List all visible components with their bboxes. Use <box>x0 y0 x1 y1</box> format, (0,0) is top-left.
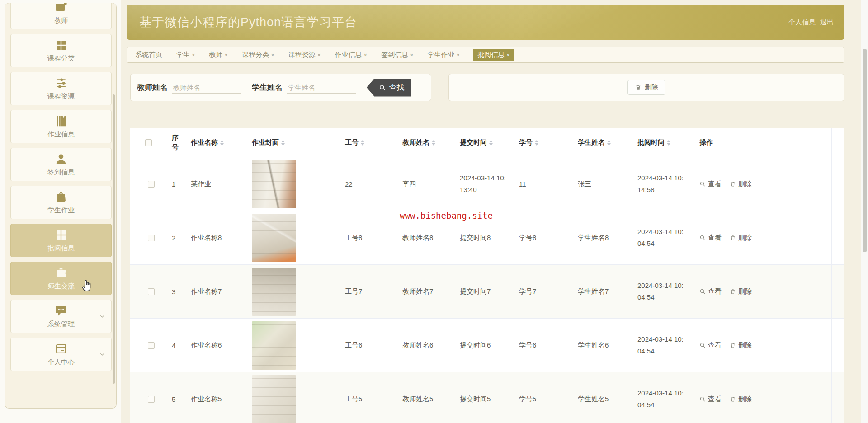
delete-button[interactable]: 删除 <box>627 80 665 95</box>
sidebar-item[interactable]: 系统管理 <box>10 300 112 333</box>
sort-carets-icon[interactable] <box>489 140 493 146</box>
tab[interactable]: 课程分类 <box>241 49 275 61</box>
row-checkbox[interactable] <box>148 342 155 349</box>
find-button-label: 查找 <box>389 82 405 93</box>
view-link[interactable]: 查看 <box>699 395 722 404</box>
sidebar-item[interactable]: 作业信息 <box>10 110 112 143</box>
sort-carets-icon[interactable] <box>220 140 224 146</box>
row-checkbox[interactable] <box>148 181 155 188</box>
column-header-label: 批阅时间 <box>637 138 665 147</box>
close-icon[interactable] <box>192 52 195 58</box>
column-header-label: 学号 <box>519 138 533 147</box>
page-title: 基于微信小程序的Python语言学习平台 <box>139 14 357 30</box>
select-all-checkbox[interactable] <box>145 139 152 146</box>
tab[interactable]: 课程资源 <box>288 49 322 61</box>
sidebar-scrollbar-thumb[interactable] <box>113 94 115 384</box>
sort-carets-icon[interactable] <box>361 140 364 146</box>
submit-time-cell: 提交时间5 <box>460 393 491 405</box>
sliders-icon <box>54 76 68 90</box>
sort-carets-icon[interactable] <box>607 140 611 146</box>
student-name-cell: 学生姓名5 <box>575 395 635 404</box>
job-number-cell: 工号5 <box>342 395 400 404</box>
view-link[interactable]: 查看 <box>699 341 722 350</box>
delete-link[interactable]: 删除 <box>730 180 752 188</box>
close-icon[interactable] <box>457 52 460 58</box>
logout-link[interactable]: 退出 <box>820 18 834 27</box>
sidebar-item[interactable]: 教师 <box>10 3 112 29</box>
tab[interactable]: 批阅信息 <box>473 49 514 61</box>
sidebar-item[interactable]: 签到信息 <box>10 148 112 181</box>
sidebar-item-label: 课程分类 <box>47 54 75 63</box>
homework-cover-photo <box>252 160 296 208</box>
sidebar-item-label: 个人中心 <box>47 358 75 367</box>
tab[interactable]: 教师 <box>208 49 229 61</box>
tab[interactable]: 系统首页 <box>134 49 163 61</box>
review-info-table: 序号 作业名称 作业封面 工 <box>130 128 844 423</box>
column-header-label: 工号 <box>345 138 359 147</box>
sidebar-item-label: 批阅信息 <box>47 244 75 253</box>
delete-link[interactable]: 删除 <box>730 234 752 242</box>
sidebar-item[interactable]: 批阅信息 <box>10 224 112 257</box>
sidebar-item[interactable]: 课程资源 <box>10 72 112 105</box>
table-header-row: 序号 作业名称 作业封面 工 <box>130 128 844 157</box>
close-icon[interactable] <box>410 52 414 58</box>
sort-carets-icon[interactable] <box>535 140 538 146</box>
delete-link[interactable]: 删除 <box>730 341 752 350</box>
personal-info-link[interactable]: 个人信息 <box>788 18 816 27</box>
sidebar-item[interactable]: 课程分类 <box>10 34 112 67</box>
teacher-name-cell: 李四 <box>400 180 457 188</box>
table-row: 5 作业名称5 工号5 教师姓名5 提交时间5 学号5 学生姓名5 2024-0… <box>130 372 844 423</box>
student-name-input[interactable] <box>287 82 356 94</box>
sidebar-item-label: 作业信息 <box>47 130 75 139</box>
magnifier-icon <box>699 288 706 295</box>
delete-panel: 删除 <box>448 74 844 101</box>
delete-link[interactable]: 删除 <box>730 287 752 296</box>
row-checkbox[interactable] <box>148 396 155 403</box>
magnifier-icon <box>699 181 706 187</box>
row-checkbox[interactable] <box>148 235 155 241</box>
user-icon <box>54 152 68 166</box>
close-icon[interactable] <box>363 52 367 58</box>
close-icon[interactable] <box>225 52 228 58</box>
row-checkbox[interactable] <box>148 288 155 295</box>
teacher-name-cell: 教师姓名7 <box>400 287 457 296</box>
sidebar-item[interactable]: 学生作业 <box>10 186 112 219</box>
wallet-icon <box>54 342 68 356</box>
chevron-down-icon <box>99 351 106 358</box>
chevron-down-icon <box>99 313 106 320</box>
column-header-label: 作业名称 <box>191 138 218 147</box>
teacher-name-cell: 教师姓名6 <box>400 341 457 350</box>
sidebar-item[interactable]: 师生交流 <box>10 262 112 295</box>
homework-cover-photo <box>252 321 296 370</box>
tab[interactable]: 学生作业 <box>427 49 461 61</box>
find-button[interactable]: 查找 <box>367 79 411 97</box>
close-icon[interactable] <box>317 52 321 58</box>
page-scrollbar[interactable] <box>861 0 868 423</box>
tab-label: 学生 <box>176 51 190 59</box>
tab[interactable]: 作业信息 <box>334 49 368 61</box>
job-number-cell: 22 <box>342 180 400 188</box>
teacher-name-cell: 教师姓名5 <box>400 395 457 404</box>
sidebar-item[interactable]: 个人中心 <box>10 338 112 371</box>
student-number-cell: 学号7 <box>516 287 575 296</box>
app-header: 基于微信小程序的Python语言学习平台 个人信息 退出 <box>127 5 844 40</box>
close-icon[interactable] <box>271 52 274 58</box>
table-column-header: 操作 <box>697 138 844 147</box>
delete-link[interactable]: 删除 <box>730 395 752 404</box>
page-scrollbar-thumb[interactable] <box>863 49 867 252</box>
header-checkbox-cell <box>141 139 169 146</box>
teacher-name-input[interactable] <box>172 82 241 94</box>
sort-carets-icon[interactable] <box>667 140 670 146</box>
view-link[interactable]: 查看 <box>699 180 722 188</box>
student-number-cell: 学号5 <box>516 395 575 404</box>
tab[interactable]: 学生 <box>175 49 196 61</box>
sort-carets-icon[interactable] <box>281 140 285 146</box>
sort-carets-icon[interactable] <box>432 140 435 146</box>
actions-cell: 查看 删除 <box>697 287 844 296</box>
tab[interactable]: 签到信息 <box>380 49 415 61</box>
view-link[interactable]: 查看 <box>699 234 722 242</box>
close-icon[interactable] <box>506 52 510 58</box>
trash-icon <box>730 288 736 295</box>
view-link[interactable]: 查看 <box>699 287 722 296</box>
book-icon <box>54 114 68 128</box>
